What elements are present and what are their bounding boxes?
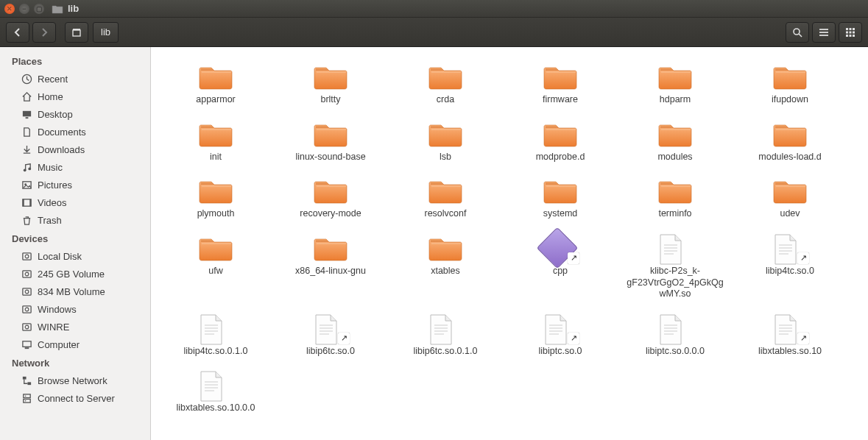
sidebar-item-245-gb-volume[interactable]: 245 GB Volume [0,265,150,283]
sidebar-heading: Places [0,52,150,70]
file-item[interactable]: libiptc.so.0.0.0 [618,311,733,365]
file-link-icon: ↗ [313,313,348,343]
file-item[interactable]: libip4tc.so.0.1.0 [158,311,273,365]
sidebar-item-label: Videos [38,197,67,208]
folder-item[interactable]: ufw [158,230,273,308]
sidebar-item-label: Pictures [38,180,72,191]
sidebar-item-local-disk[interactable]: Local Disk [0,247,150,265]
sidebar-item-documents[interactable]: Documents [0,123,150,141]
folder-item[interactable]: terminfo [618,173,733,227]
network-icon [21,375,32,386]
file-label: systemd [543,208,578,220]
sidebar-item-recent[interactable]: Recent [0,70,150,88]
sidebar-item-computer[interactable]: Computer [0,336,150,353]
svg-rect-38 [22,376,26,379]
close-button[interactable]: ✕ [4,4,15,14]
file-label: libiptc.so.0.0.0 [646,346,705,358]
folder-icon [428,62,463,91]
sidebar-item-834-mb-volume[interactable]: 834 MB Volume [0,283,150,300]
folder-item[interactable]: modules-load.d [733,116,847,171]
file-item[interactable]: ↗cpp [503,230,618,308]
file-item[interactable]: ↗libxtables.so.10 [733,311,847,365]
file-item[interactable]: klibc-P2s_k-gF23VtrGgO2_4pGkQgwMY.so [618,230,733,308]
disk-icon [21,285,32,297]
sidebar-item-connect-to-server[interactable]: Connect to Server [0,389,150,407]
folder-item[interactable]: lsb [388,116,503,171]
menu-button[interactable] [812,22,836,43]
search-button[interactable] [786,22,809,43]
svg-rect-0 [73,30,80,36]
sidebar-item-music[interactable]: Music [0,158,150,176]
file-label: libxtables.so.10.0.0 [176,402,255,414]
maximize-button[interactable]: ▢ [34,4,44,14]
svg-rect-15 [853,35,855,37]
sidebar-item-desktop[interactable]: Desktop [0,105,150,123]
folder-icon [772,119,808,149]
folder-item[interactable]: brltty [273,59,388,113]
main-area: PlacesRecentHomeDesktopDocumentsDownload… [0,47,868,440]
file-item[interactable]: libxtables.so.10.0.0 [158,367,273,422]
sidebar-item-label: Trash [38,215,62,226]
sidebar-item-label: Browse Network [38,375,107,386]
folder-icon [657,62,693,91]
file-item[interactable]: ↗libip6tc.so.0 [273,311,388,365]
link-arrow-icon: ↗ [338,333,350,344]
folder-item[interactable]: plymouth [158,173,273,227]
folder-icon [313,119,348,149]
file-icon [657,233,693,263]
folder-item[interactable]: modules [618,116,733,171]
folder-item[interactable]: udev [733,173,847,227]
svg-rect-30 [22,288,30,294]
folder-item[interactable]: crda [388,59,503,113]
path-segment-lib[interactable]: lib [93,22,119,43]
path-root-button[interactable] [65,22,88,43]
file-label: modules [657,152,692,163]
file-item[interactable]: libip6tc.so.0.1.0 [388,311,503,365]
folder-item[interactable]: xtables [388,230,503,308]
folder-item[interactable]: linux-sound-base [273,116,388,171]
sidebar-item-windows[interactable]: Windows [0,300,150,318]
file-icon [657,313,693,343]
folder-item[interactable]: apparmor [158,59,273,113]
sidebar-item-videos[interactable]: Videos [0,194,150,211]
folder-item[interactable]: x86_64-linux-gnu [273,230,388,308]
file-manager-window: ✕ − ▢ lib lib [0,0,868,440]
sidebar-item-label: 834 MB Volume [38,286,105,297]
folder-item[interactable]: ifupdown [733,59,847,113]
sidebar-item-label: Connect to Server [38,393,115,404]
sidebar-item-downloads[interactable]: Downloads [0,141,150,158]
minimize-button[interactable]: − [19,4,29,14]
sidebar-item-winre[interactable]: WINRE [0,318,150,336]
svg-point-31 [25,290,29,294]
folder-icon [428,233,463,263]
folder-item[interactable]: resolvconf [388,173,503,227]
forward-button[interactable] [32,22,56,43]
svg-point-42 [24,395,26,397]
sidebar-item-browse-network[interactable]: Browse Network [0,372,150,389]
file-label: modules-load.d [758,152,821,163]
sidebar-item-pictures[interactable]: Pictures [0,176,150,194]
file-label: klibc-P2s_k-gF23VtrGgO2_4pGkQgwMY.so [624,266,727,300]
svg-point-20 [28,167,31,170]
folder-icon [313,176,348,205]
icon-view[interactable]: apparmorbrlttycrdafirmwarehdparmifupdown… [151,47,868,440]
folder-item[interactable]: recovery-mode [273,173,388,227]
link-arrow-icon: ↗ [568,252,579,264]
svg-rect-17 [22,110,30,116]
view-grid-button[interactable] [839,22,862,43]
sidebar-item-home[interactable]: Home [0,88,150,105]
sidebar-item-trash[interactable]: Trash [0,211,150,229]
file-item[interactable]: ↗libiptc.so.0 [503,311,618,365]
back-button[interactable] [6,22,29,43]
svg-rect-28 [22,270,30,277]
folder-item[interactable]: firmware [503,59,618,113]
file-item[interactable]: ↗libip4tc.so.0 [733,230,847,308]
folder-item[interactable]: hdparm [618,59,733,113]
folder-item[interactable]: init [158,116,273,171]
folder-item[interactable]: modprobe.d [503,116,618,171]
folder-item[interactable]: systemd [503,173,618,227]
file-icon [198,370,233,400]
file-label: libip4tc.so.0.1.0 [184,346,248,358]
disk-icon [21,321,32,333]
file-label: init [210,152,222,163]
